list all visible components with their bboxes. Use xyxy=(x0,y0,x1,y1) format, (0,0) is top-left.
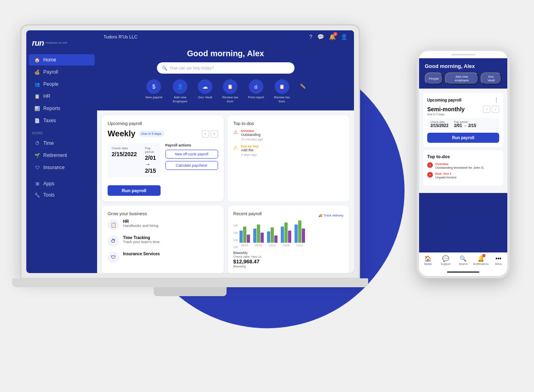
payroll-next-button[interactable]: › xyxy=(211,130,218,138)
sidebar-item-home[interactable]: 🏠 Home xyxy=(29,54,95,66)
action-add-employee[interactable]: 👤 Add new Employee xyxy=(170,79,191,103)
bars-1012 xyxy=(267,227,278,243)
phone-pay-period-label: Pay period xyxy=(454,121,476,123)
new-off-cycle-button[interactable]: New off-cycle payroll xyxy=(165,150,218,159)
phone-nav-search-icon: 🔍 xyxy=(460,255,466,262)
phone-payroll-type-row: Semi-monthly ‹ › xyxy=(427,106,499,113)
edit-actions-icon[interactable]: ✏️ xyxy=(300,83,306,89)
phone-payroll-menu-icon[interactable]: ⋮ xyxy=(494,97,499,103)
sidebar-item-reports-label: Reports xyxy=(43,106,60,111)
tools-icon: 🔧 xyxy=(34,192,40,198)
phone-todos-title: Top to-dos xyxy=(427,154,499,159)
phone-nav-menu-icon: ••• xyxy=(496,255,502,262)
phone-run-payroll-button[interactable]: Run payroll xyxy=(427,133,499,143)
hero-greeting: Good morning, Alex xyxy=(187,49,264,58)
phone-nav-notifications-label: Notifications xyxy=(473,263,489,265)
phone-action-doc-vault[interactable]: Doc Vault xyxy=(481,72,502,85)
main-content: Tudors R'Us LLC ? 💬 🔔 1 👤 xyxy=(97,30,354,273)
calculate-paycheck-button[interactable]: Calculate paycheck xyxy=(165,161,218,170)
bar-label-1111: 11/11 xyxy=(296,244,303,247)
phone-nav-home[interactable]: 🏠 Home xyxy=(419,255,437,265)
laptop-shell: run POWERED BY ADP 🏠 Home 💰 Payroll xyxy=(20,24,360,279)
phone-nav-search[interactable]: 🔍 Search xyxy=(454,255,472,265)
phone-payroll-prev[interactable]: ‹ xyxy=(483,106,490,113)
sidebar-item-hr[interactable]: 📋 HR xyxy=(29,91,95,102)
sidebar-item-retirement[interactable]: 🌱 Retirement xyxy=(29,150,95,161)
bar-1028-3 xyxy=(288,231,291,243)
run-payroll-button[interactable]: Run payroll xyxy=(108,185,161,196)
action-new-payroll-icon: $ xyxy=(146,79,161,94)
search-placeholder: How can we help today? xyxy=(170,66,214,70)
grow-insurance-title: Insurance Services xyxy=(123,252,160,256)
laptop-screen: run POWERED BY ADP 🏠 Home 💰 Payroll xyxy=(26,30,354,273)
grow-time-desc: Track your team's time xyxy=(123,240,159,244)
phone-action-add-employee[interactable]: Add new employee xyxy=(445,72,479,85)
bar-1012-3 xyxy=(274,235,278,243)
action-print-report[interactable]: 🖨 Print report xyxy=(248,79,264,100)
pay-period-value: 2/01 → 2/15 xyxy=(145,155,156,174)
recent-check-date: Check date: Nov 11 xyxy=(233,255,344,259)
phone-nav-menu[interactable]: ••• Menu xyxy=(490,255,507,265)
phone-nav-notifications[interactable]: 🔔1 Notifications xyxy=(472,255,490,265)
bar-group-0930: 09/30 xyxy=(253,225,264,247)
grow-hr-desc: Handbooks and hiring xyxy=(123,224,159,228)
action-doc-vault-icon: ☁ xyxy=(198,79,212,94)
pay-period-group: Pay period 2/01 → 2/15 xyxy=(145,146,156,174)
grow-insurance-icon: 🛡 xyxy=(108,252,119,263)
sidebar-item-apps-label: Apps xyxy=(43,181,54,186)
grow-insurance-item[interactable]: 🛡 Insurance Services xyxy=(108,252,218,263)
payroll-type-label: Weekly xyxy=(108,129,136,138)
sidebar-item-tools[interactable]: 🔧 Tools xyxy=(29,189,95,201)
sidebar-item-time[interactable]: ⏱ Time xyxy=(29,138,95,149)
help-icon[interactable]: ? xyxy=(309,34,312,40)
phone-device: Good morning, Alex People Add new employ… xyxy=(417,49,510,278)
sidebar-item-time-label: Time xyxy=(43,140,54,146)
track-delivery-link[interactable]: 🚚 Track delivery xyxy=(318,214,344,217)
action-review-tax-1[interactable]: 📋 Review tax from xyxy=(220,79,241,103)
bars-1028 xyxy=(281,222,291,243)
action-new-payroll[interactable]: $ New payroll xyxy=(145,79,162,100)
phone-nav-support-label: Support xyxy=(441,263,451,265)
phone-todo-overdue-dot: ! xyxy=(427,162,433,168)
action-doc-vault[interactable]: ☁ Doc Vault xyxy=(198,79,212,100)
sidebar-item-people[interactable]: 👥 People xyxy=(29,78,95,90)
bar-label-0930: 09/30 xyxy=(255,244,262,247)
sidebar-item-taxes-label: Taxes xyxy=(43,118,56,123)
action-review-tax-2[interactable]: 📋 Review tax from xyxy=(271,79,292,103)
bar-group-1028: 10/28 xyxy=(281,222,291,247)
sidebar-item-payroll[interactable]: 💰 Payroll xyxy=(29,66,95,78)
sidebar-item-insurance[interactable]: 🛡 Insurance xyxy=(29,162,95,173)
dashboard-grid: Upcoming payroll Weekly Due in 5 days ‹ … xyxy=(97,110,354,273)
phone-notif-badge: 1 xyxy=(482,254,485,257)
sidebar-item-taxes[interactable]: 📄 Taxes xyxy=(29,115,95,126)
bar-0930-2 xyxy=(257,225,260,243)
overdue-icon: ⚠ xyxy=(233,129,238,135)
payroll-nav: ‹ › xyxy=(202,130,218,138)
action-add-employee-label: Add new Employee xyxy=(170,95,191,103)
bar-0915-3 xyxy=(247,235,250,243)
phone-action-people[interactable]: People xyxy=(425,72,443,85)
payroll-action-col: Payroll actions New off-cycle payroll Ca… xyxy=(165,143,218,196)
search-bar[interactable]: 🔍 How can we help today? xyxy=(157,62,295,74)
chat-icon[interactable]: 💬 xyxy=(317,34,324,40)
phone-payroll-type: Semi-monthly xyxy=(427,106,465,112)
recent-payroll-header: Recent payroll 🚚 Track delivery xyxy=(233,211,344,219)
payroll-actions: New off-cycle payroll Calculate paycheck xyxy=(165,150,218,170)
sidebar-item-reports[interactable]: 📊 Reports xyxy=(29,103,95,114)
logo-run-text: run xyxy=(32,38,44,48)
payroll-icon: 💰 xyxy=(34,69,40,75)
phone-payroll-next[interactable]: › xyxy=(492,106,499,113)
sidebar-item-apps[interactable]: ⊞ Apps xyxy=(29,178,95,189)
grow-hr-item[interactable]: 📋 HR Handbooks and hiring xyxy=(108,219,218,231)
bars-0930 xyxy=(253,225,264,243)
phone-nav-support-icon: 💬 xyxy=(442,255,449,262)
user-icon[interactable]: 👤 xyxy=(341,34,348,40)
phone-nav-support[interactable]: 💬 Support xyxy=(437,255,455,265)
hero-quick-actions: $ New payroll 👤 Add new Employee ☁ Doc V… xyxy=(145,79,305,103)
sidebar-item-retirement-label: Retirement xyxy=(43,153,67,158)
phone-dates-card: Check date 2/15/2022 Pay period 2/01 → 2… xyxy=(427,118,499,130)
grow-time-item[interactable]: ⏱ Time Tracking Track your team's time xyxy=(108,235,218,247)
payroll-prev-button[interactable]: ‹ xyxy=(202,130,209,138)
phone-payroll-nav: ‹ › xyxy=(483,106,499,113)
notification-icon[interactable]: 🔔 1 xyxy=(329,34,336,40)
